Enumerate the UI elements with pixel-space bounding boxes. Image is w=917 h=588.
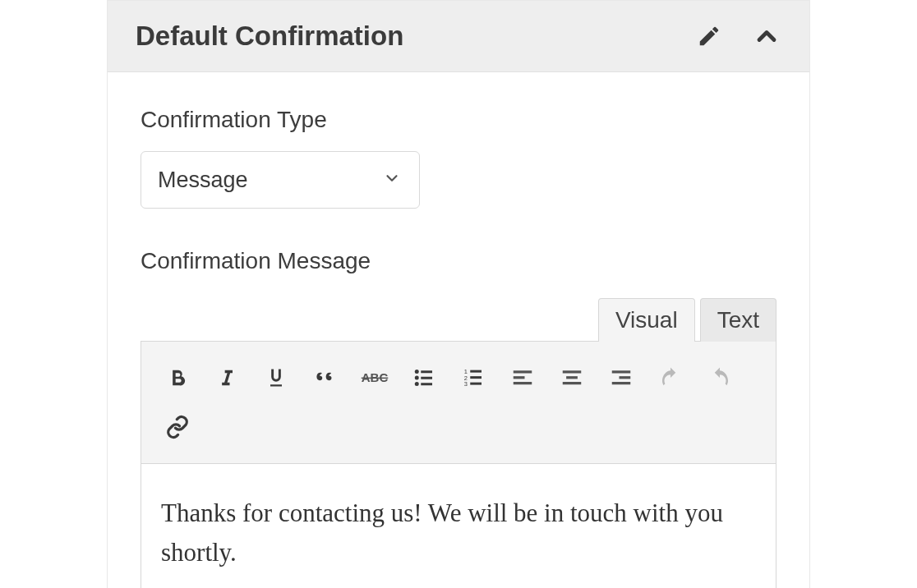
- italic-icon: [215, 366, 238, 389]
- editor-tabs: Visual Text: [141, 297, 776, 341]
- underline-button[interactable]: [255, 356, 297, 399]
- panel-header-actions: [694, 21, 781, 51]
- align-center-icon: [560, 365, 584, 390]
- pencil-icon: [697, 24, 721, 48]
- svg-rect-8: [470, 370, 482, 373]
- confirmation-message-label: Confirmation Message: [141, 248, 776, 274]
- svg-rect-4: [421, 377, 432, 379]
- svg-text:ABC: ABC: [362, 370, 389, 384]
- svg-rect-6: [421, 383, 432, 385]
- panel-body: Confirmation Type Message Confirmation M…: [108, 72, 809, 588]
- confirmation-type-label: Confirmation Type: [141, 107, 776, 133]
- svg-rect-17: [566, 376, 578, 379]
- align-right-icon: [609, 365, 634, 390]
- bold-icon: [166, 366, 189, 389]
- numbered-list-icon: 123: [461, 365, 486, 390]
- svg-rect-16: [563, 370, 582, 373]
- svg-rect-13: [514, 370, 532, 373]
- svg-rect-12: [470, 383, 482, 385]
- align-left-icon: [510, 365, 535, 390]
- italic-button[interactable]: [205, 356, 248, 399]
- svg-rect-15: [514, 382, 532, 384]
- editor-toolbar: ABC 123: [141, 341, 776, 464]
- svg-point-5: [415, 382, 419, 386]
- bullet-list-icon: [412, 365, 436, 390]
- underline-icon: [265, 366, 288, 389]
- editor-content[interactable]: Thanks for contacting us! We will be in …: [141, 464, 776, 588]
- redo-icon: [707, 365, 732, 390]
- chevron-down-icon: [383, 169, 401, 191]
- quote-icon: [313, 365, 338, 390]
- chevron-up-icon: [752, 20, 781, 53]
- link-icon: [165, 415, 190, 439]
- bold-button[interactable]: [156, 356, 199, 399]
- link-button[interactable]: [156, 406, 199, 448]
- svg-rect-2: [421, 370, 432, 373]
- strikethrough-icon: ABC: [360, 366, 389, 389]
- tab-visual[interactable]: Visual: [598, 298, 695, 342]
- svg-rect-20: [620, 376, 631, 379]
- svg-text:3: 3: [464, 380, 468, 388]
- align-left-button[interactable]: [501, 356, 544, 399]
- strikethrough-button[interactable]: ABC: [353, 356, 396, 399]
- redo-button[interactable]: [698, 356, 741, 399]
- svg-rect-10: [470, 376, 482, 379]
- collapse-button[interactable]: [752, 21, 781, 51]
- confirmation-type-select[interactable]: Message: [141, 151, 420, 209]
- svg-rect-19: [612, 370, 631, 373]
- select-value: Message: [158, 168, 248, 193]
- svg-rect-18: [563, 382, 582, 384]
- align-right-button[interactable]: [600, 356, 643, 399]
- blockquote-button[interactable]: [304, 356, 347, 399]
- svg-rect-14: [514, 376, 525, 379]
- svg-point-1: [415, 370, 419, 374]
- numbered-list-button[interactable]: 123: [452, 356, 495, 399]
- svg-rect-21: [612, 382, 631, 384]
- svg-point-3: [415, 376, 419, 380]
- panel-header: Default Confirmation: [108, 1, 809, 72]
- confirmation-panel: Default Confirmation Confirmation Type M…: [107, 0, 810, 588]
- undo-button[interactable]: [649, 356, 692, 399]
- bullet-list-button[interactable]: [403, 356, 445, 399]
- edit-button[interactable]: [694, 21, 724, 51]
- editor: Visual Text ABC: [141, 297, 776, 588]
- undo-icon: [658, 365, 683, 390]
- align-center-button[interactable]: [551, 356, 593, 399]
- editor-text: Thanks for contacting us! We will be in …: [161, 494, 756, 572]
- tab-text[interactable]: Text: [700, 298, 776, 342]
- panel-title: Default Confirmation: [136, 21, 403, 52]
